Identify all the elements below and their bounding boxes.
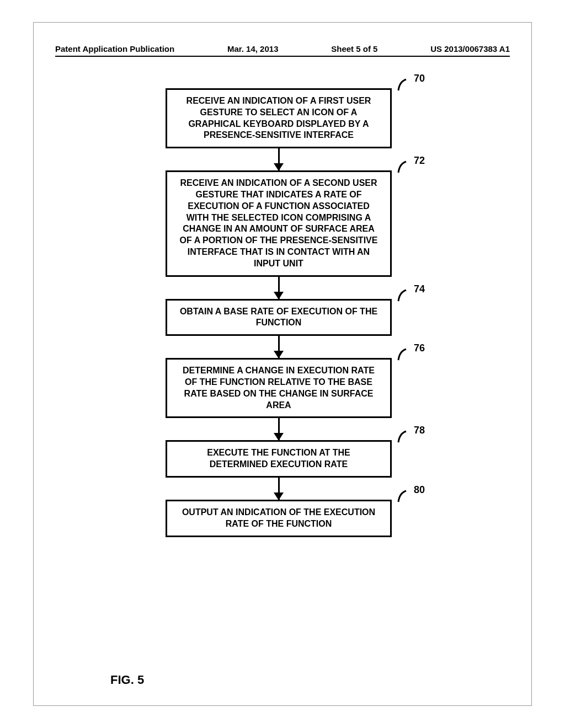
ref-number: 80 — [414, 484, 425, 496]
flow-arrow-icon — [278, 148, 280, 170]
step-box: RECEIVE AN INDICATION OF A SECOND USER G… — [166, 170, 392, 276]
ref-hook-icon — [396, 430, 409, 443]
figure-label: FIG. 5 — [110, 673, 144, 687]
header-docnum: US 2013/0067383 A1 — [430, 44, 510, 53]
flow-arrow-icon — [278, 277, 280, 299]
step-72: 72 RECEIVE AN INDICATION OF A SECOND USE… — [166, 170, 392, 276]
ref-number: 76 — [414, 342, 425, 354]
flowchart: 70 RECEIVE AN INDICATION OF A FIRST USER… — [166, 88, 392, 537]
step-box: OUTPUT AN INDICATION OF THE EXECUTION RA… — [166, 500, 392, 537]
ref-hook-icon — [396, 289, 409, 302]
flow-arrow-icon — [278, 336, 280, 358]
ref-hook-icon — [396, 78, 409, 92]
ref-number: 78 — [414, 425, 425, 436]
step-78: 78 EXECUTE THE FUNCTION AT THE DETERMINE… — [166, 440, 392, 478]
header-sheet: Sheet 5 of 5 — [331, 44, 377, 53]
ref-number: 70 — [414, 73, 425, 84]
flow-arrow-icon — [278, 478, 280, 500]
ref-number: 72 — [414, 155, 425, 167]
header-publication: Patent Application Publication — [55, 44, 174, 53]
ref-hook-icon — [396, 348, 409, 361]
flow-arrow-icon — [278, 418, 280, 440]
step-80: 80 OUTPUT AN INDICATION OF THE EXECUTION… — [166, 500, 392, 537]
step-74: 74 OBTAIN A BASE RATE OF EXECUTION OF TH… — [166, 299, 392, 336]
page-header: Patent Application Publication Mar. 14, … — [55, 44, 510, 57]
step-76: 76 DETERMINE A CHANGE IN EXECUTION RATE … — [166, 358, 392, 418]
step-box: EXECUTE THE FUNCTION AT THE DETERMINED E… — [166, 440, 392, 478]
header-date: Mar. 14, 2013 — [227, 44, 279, 53]
ref-number: 74 — [414, 283, 425, 295]
step-box: OBTAIN A BASE RATE OF EXECUTION OF THE F… — [166, 299, 392, 336]
step-box: RECEIVE AN INDICATION OF A FIRST USER GE… — [166, 88, 392, 148]
ref-hook-icon — [396, 490, 409, 503]
step-box: DETERMINE A CHANGE IN EXECUTION RATE OF … — [166, 358, 392, 418]
step-70: 70 RECEIVE AN INDICATION OF A FIRST USER… — [166, 88, 392, 148]
ref-hook-icon — [396, 160, 409, 174]
